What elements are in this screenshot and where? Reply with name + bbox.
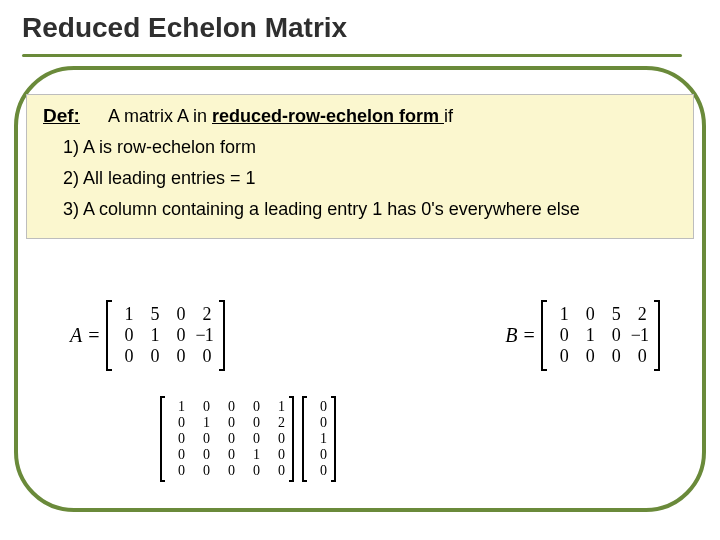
cell: 1 bbox=[553, 304, 569, 325]
cell: 0 bbox=[631, 346, 647, 367]
cell: 0 bbox=[244, 463, 260, 479]
cell: 1 bbox=[244, 447, 260, 463]
cell: 0 bbox=[194, 431, 210, 447]
def-item-1: 1) A is row-echelon form bbox=[63, 137, 677, 158]
matrix-d-body: 0 0 1 0 0 bbox=[302, 396, 336, 482]
cell: 0 bbox=[219, 463, 235, 479]
cell: 0 bbox=[553, 346, 569, 367]
definition-box: Def: A matrix A in reduced-row-echelon f… bbox=[26, 94, 694, 239]
cell: 0 bbox=[244, 431, 260, 447]
matrix-a-brackets: 1502 010−1 0000 bbox=[106, 300, 225, 371]
cell: 0 bbox=[170, 346, 186, 367]
matrix-b-brackets: 1052 010−1 0000 bbox=[541, 300, 660, 371]
cell: 0 bbox=[605, 325, 621, 346]
cell: 0 bbox=[244, 399, 260, 415]
title-rule bbox=[22, 54, 682, 57]
cell: 1 bbox=[118, 304, 134, 325]
page-title: Reduced Echelon Matrix bbox=[22, 12, 720, 44]
cell: 0 bbox=[170, 304, 186, 325]
cell: 1 bbox=[169, 399, 185, 415]
cell: 0 bbox=[269, 447, 285, 463]
cell: 1 bbox=[269, 399, 285, 415]
cell: 0 bbox=[269, 431, 285, 447]
cell: 1 bbox=[311, 431, 327, 447]
matrix-b-name: B bbox=[505, 324, 517, 347]
matrix-a-eq: = bbox=[88, 324, 99, 347]
cell: −1 bbox=[631, 325, 648, 346]
cell: 0 bbox=[219, 415, 235, 431]
def-text: A matrix A in reduced-row-echelon form i… bbox=[108, 106, 453, 127]
matrix-c: 10001 01002 00000 00010 00000 bbox=[160, 396, 294, 482]
definition-lead: Def: A matrix A in reduced-row-echelon f… bbox=[43, 105, 677, 127]
cell: 0 bbox=[553, 325, 569, 346]
cell: 5 bbox=[605, 304, 621, 325]
def-item-2: 2) All leading entries = 1 bbox=[63, 168, 677, 189]
cell: 5 bbox=[144, 304, 160, 325]
def-lead-underlined: reduced-row-echelon form bbox=[212, 106, 444, 126]
def-lead-pre: A matrix A in bbox=[108, 106, 212, 126]
matrix-b: B = 1052 010−1 0000 bbox=[505, 300, 660, 371]
def-lead-post: if bbox=[444, 106, 453, 126]
title-block: Reduced Echelon Matrix bbox=[0, 0, 720, 50]
cell: 1 bbox=[579, 325, 595, 346]
matrix-d: 0 0 1 0 0 bbox=[302, 396, 336, 482]
cell: 0 bbox=[605, 346, 621, 367]
cell: 0 bbox=[579, 304, 595, 325]
cell: 2 bbox=[631, 304, 647, 325]
cell: 0 bbox=[118, 325, 134, 346]
cell: 0 bbox=[311, 399, 327, 415]
def-item-3: 3) A column containing a leading entry 1… bbox=[63, 199, 677, 220]
cell: 0 bbox=[144, 346, 160, 367]
cell: 0 bbox=[244, 415, 260, 431]
cell: 0 bbox=[169, 447, 185, 463]
cell: 0 bbox=[118, 346, 134, 367]
matrix-a-name: A bbox=[70, 324, 82, 347]
cell: 1 bbox=[144, 325, 160, 346]
cell: 0 bbox=[169, 431, 185, 447]
cell: 0 bbox=[311, 463, 327, 479]
cell: 2 bbox=[196, 304, 212, 325]
cell: 0 bbox=[269, 463, 285, 479]
cell: 0 bbox=[194, 463, 210, 479]
matrix-c-body: 10001 01002 00000 00010 00000 bbox=[160, 396, 294, 482]
cell: 0 bbox=[170, 325, 186, 346]
matrices-row: A = 1502 010−1 0000 B = 1052 010−1 0000 bbox=[70, 300, 660, 371]
cell: 1 bbox=[194, 415, 210, 431]
cell: 0 bbox=[194, 447, 210, 463]
matrix-a-body: 1502 010−1 0000 bbox=[106, 300, 225, 371]
cell: 0 bbox=[196, 346, 212, 367]
slide: Reduced Echelon Matrix Def: A matrix A i… bbox=[0, 0, 720, 540]
cell: 0 bbox=[169, 415, 185, 431]
cell: 0 bbox=[311, 415, 327, 431]
cell: 0 bbox=[169, 463, 185, 479]
cell: 0 bbox=[311, 447, 327, 463]
matrix-a: A = 1502 010−1 0000 bbox=[70, 300, 225, 371]
matrix-b-eq: = bbox=[524, 324, 535, 347]
cell: −1 bbox=[196, 325, 213, 346]
matrices-small-row: 10001 01002 00000 00010 00000 0 0 1 0 0 bbox=[160, 396, 336, 482]
cell: 0 bbox=[219, 399, 235, 415]
cell: 0 bbox=[194, 399, 210, 415]
cell: 0 bbox=[579, 346, 595, 367]
cell: 0 bbox=[219, 431, 235, 447]
cell: 2 bbox=[269, 415, 285, 431]
def-label: Def: bbox=[43, 105, 80, 127]
cell: 0 bbox=[219, 447, 235, 463]
matrix-b-body: 1052 010−1 0000 bbox=[541, 300, 660, 371]
